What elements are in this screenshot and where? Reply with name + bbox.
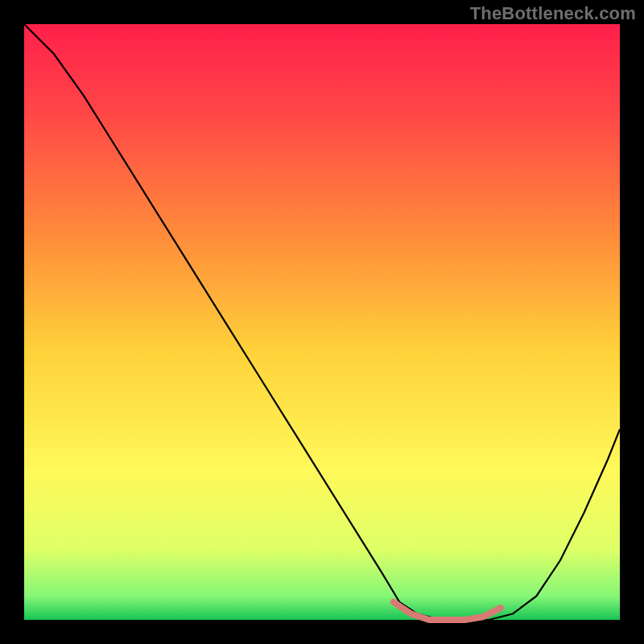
chart-frame: TheBottleneck.com — [0, 0, 644, 644]
bottleneck-chart — [0, 0, 644, 644]
watermark-text: TheBottleneck.com — [470, 3, 636, 24]
plot-background — [24, 24, 620, 620]
